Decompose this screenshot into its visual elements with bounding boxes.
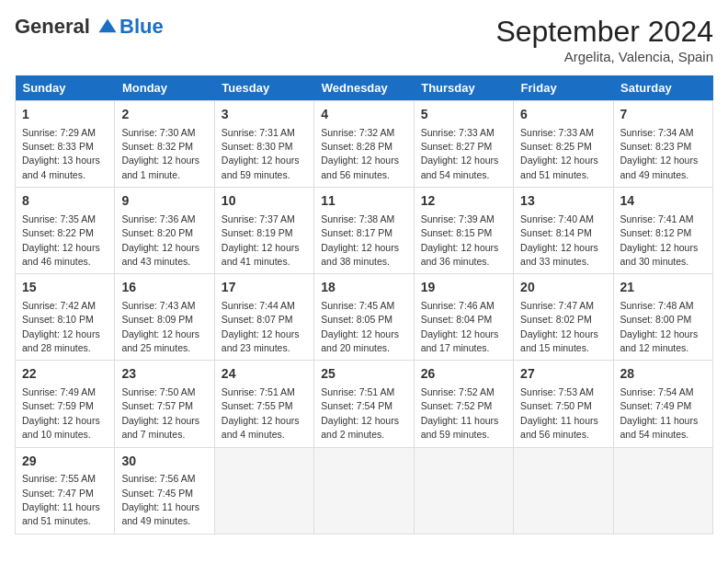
- svg-marker-0: [99, 19, 117, 33]
- calendar-day: [613, 447, 712, 534]
- calendar-day: 29Sunrise: 7:55 AMSunset: 7:47 PMDayligh…: [16, 447, 115, 534]
- page-header: General Blue September 2024 Argelita, Va…: [15, 15, 713, 64]
- calendar-day: 15Sunrise: 7:42 AMSunset: 8:10 PMDayligh…: [16, 274, 115, 361]
- calendar-day: 28Sunrise: 7:54 AMSunset: 7:49 PMDayligh…: [613, 361, 712, 447]
- calendar-day: 11Sunrise: 7:38 AMSunset: 8:17 PMDayligh…: [314, 188, 414, 274]
- calendar-day: 30Sunrise: 7:56 AMSunset: 7:45 PMDayligh…: [115, 447, 214, 534]
- calendar-day: [414, 447, 513, 534]
- calendar-day: 27Sunrise: 7:53 AMSunset: 7:50 PMDayligh…: [514, 361, 613, 447]
- calendar-day: 23Sunrise: 7:50 AMSunset: 7:57 PMDayligh…: [115, 361, 214, 447]
- calendar-day: 17Sunrise: 7:44 AMSunset: 8:07 PMDayligh…: [214, 274, 313, 361]
- calendar-week-row: 1Sunrise: 7:29 AMSunset: 8:33 PMDaylight…: [16, 101, 713, 188]
- calendar-day: [214, 447, 313, 534]
- calendar-day: 4Sunrise: 7:32 AMSunset: 8:28 PMDaylight…: [314, 101, 414, 188]
- weekday-header: Tuesday: [214, 75, 313, 101]
- calendar-day: 1Sunrise: 7:29 AMSunset: 8:33 PMDaylight…: [16, 101, 115, 188]
- calendar-day: 13Sunrise: 7:40 AMSunset: 8:14 PMDayligh…: [514, 188, 613, 274]
- calendar-day: 3Sunrise: 7:31 AMSunset: 8:30 PMDaylight…: [214, 101, 313, 188]
- weekday-header: Sunday: [16, 75, 115, 101]
- title-block: September 2024 Argelita, Valencia, Spain: [495, 15, 713, 64]
- weekday-header-row: SundayMondayTuesdayWednesdayThursdayFrid…: [16, 75, 713, 101]
- calendar-day: 8Sunrise: 7:35 AMSunset: 8:22 PMDaylight…: [16, 188, 115, 274]
- calendar-day: 16Sunrise: 7:43 AMSunset: 8:09 PMDayligh…: [115, 274, 214, 361]
- calendar-week-row: 22Sunrise: 7:49 AMSunset: 7:59 PMDayligh…: [16, 361, 713, 447]
- calendar-day: 10Sunrise: 7:37 AMSunset: 8:19 PMDayligh…: [214, 188, 313, 274]
- weekday-header: Thursday: [414, 75, 513, 101]
- month-title: September 2024: [495, 15, 713, 49]
- calendar-day: 22Sunrise: 7:49 AMSunset: 7:59 PMDayligh…: [16, 361, 115, 447]
- weekday-header: Friday: [514, 75, 613, 101]
- calendar-day: [514, 447, 613, 534]
- calendar-day: 25Sunrise: 7:51 AMSunset: 7:54 PMDayligh…: [314, 361, 414, 447]
- calendar-day: 6Sunrise: 7:33 AMSunset: 8:25 PMDaylight…: [514, 101, 613, 188]
- calendar-day: 26Sunrise: 7:52 AMSunset: 7:52 PMDayligh…: [414, 361, 513, 447]
- logo-blue: Blue: [119, 15, 164, 39]
- calendar-day: [314, 447, 414, 534]
- calendar-day: 12Sunrise: 7:39 AMSunset: 8:15 PMDayligh…: [414, 188, 513, 274]
- calendar-day: 5Sunrise: 7:33 AMSunset: 8:27 PMDaylight…: [414, 101, 513, 188]
- calendar-table: SundayMondayTuesdayWednesdayThursdayFrid…: [15, 75, 713, 534]
- calendar-day: 7Sunrise: 7:34 AMSunset: 8:23 PMDaylight…: [613, 101, 712, 188]
- calendar-day: 24Sunrise: 7:51 AMSunset: 7:55 PMDayligh…: [214, 361, 313, 447]
- calendar-day: 2Sunrise: 7:30 AMSunset: 8:32 PMDaylight…: [115, 101, 214, 188]
- calendar-week-row: 29Sunrise: 7:55 AMSunset: 7:47 PMDayligh…: [16, 447, 713, 534]
- calendar-day: 20Sunrise: 7:47 AMSunset: 8:02 PMDayligh…: [514, 274, 613, 361]
- calendar-day: 19Sunrise: 7:46 AMSunset: 8:04 PMDayligh…: [414, 274, 513, 361]
- weekday-header: Monday: [115, 75, 214, 101]
- location: Argelita, Valencia, Spain: [495, 49, 713, 64]
- calendar-day: 18Sunrise: 7:45 AMSunset: 8:05 PMDayligh…: [314, 274, 414, 361]
- weekday-header: Saturday: [613, 75, 712, 101]
- calendar-day: 21Sunrise: 7:48 AMSunset: 8:00 PMDayligh…: [613, 274, 712, 361]
- calendar-week-row: 15Sunrise: 7:42 AMSunset: 8:10 PMDayligh…: [16, 274, 713, 361]
- logo: General Blue: [15, 15, 164, 39]
- calendar-week-row: 8Sunrise: 7:35 AMSunset: 8:22 PMDaylight…: [16, 188, 713, 274]
- calendar-day: 14Sunrise: 7:41 AMSunset: 8:12 PMDayligh…: [613, 188, 712, 274]
- logo-general: General: [15, 15, 90, 38]
- weekday-header: Wednesday: [314, 75, 414, 101]
- calendar-day: 9Sunrise: 7:36 AMSunset: 8:20 PMDaylight…: [115, 188, 214, 274]
